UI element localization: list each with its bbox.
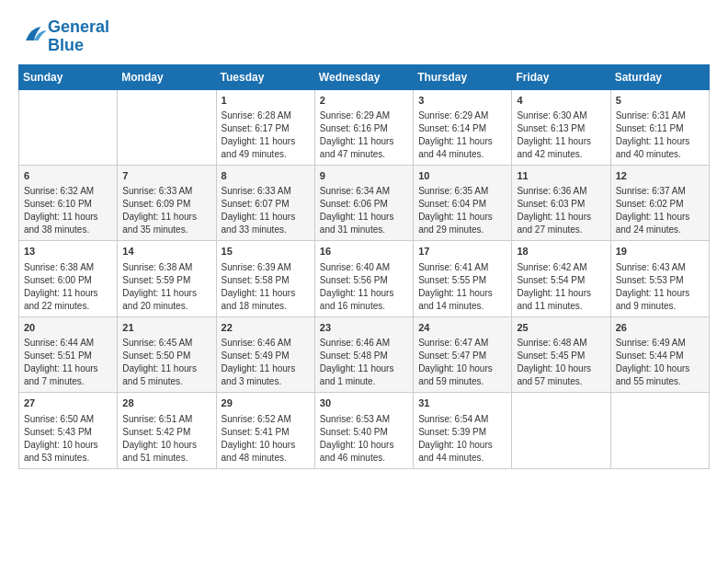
- daylight-text: Daylight: 11 hours and 20 minutes.: [122, 288, 197, 311]
- sunrise-text: Sunrise: 6:38 AM: [122, 262, 192, 272]
- calendar-cell: 21Sunrise: 6:45 AMSunset: 5:50 PMDayligh…: [118, 316, 216, 392]
- sunset-text: Sunset: 6:09 PM: [122, 199, 190, 209]
- sunrise-text: Sunrise: 6:53 AM: [320, 414, 390, 424]
- daylight-text: Daylight: 11 hours and 16 minutes.: [320, 288, 394, 311]
- header-day-monday: Monday: [118, 64, 216, 89]
- daylight-text: Daylight: 11 hours and 27 minutes.: [517, 212, 591, 235]
- day-number: 10: [418, 169, 506, 183]
- sunset-text: Sunset: 5:39 PM: [418, 427, 486, 437]
- calendar-week-row: 27Sunrise: 6:50 AMSunset: 5:43 PMDayligh…: [19, 393, 710, 468]
- daylight-text: Daylight: 11 hours and 1 minute.: [320, 363, 394, 386]
- sunset-text: Sunset: 6:16 PM: [320, 123, 388, 133]
- sunrise-text: Sunrise: 6:34 AM: [320, 186, 390, 196]
- daylight-text: Daylight: 10 hours and 53 minutes.: [24, 440, 98, 463]
- day-number: 17: [418, 245, 506, 259]
- daylight-text: Daylight: 10 hours and 57 minutes.: [517, 363, 591, 386]
- sunset-text: Sunset: 5:40 PM: [320, 427, 388, 437]
- sunrise-text: Sunrise: 6:33 AM: [122, 186, 192, 196]
- header-day-saturday: Saturday: [610, 64, 709, 89]
- sunrise-text: Sunrise: 6:41 AM: [418, 262, 488, 272]
- daylight-text: Daylight: 11 hours and 44 minutes.: [418, 136, 493, 159]
- calendar-cell: 7Sunrise: 6:33 AMSunset: 6:09 PMDaylight…: [118, 165, 216, 240]
- sunset-text: Sunset: 5:41 PM: [222, 427, 290, 437]
- sunset-text: Sunset: 6:06 PM: [320, 199, 388, 209]
- day-number: 1: [222, 94, 310, 108]
- sunrise-text: Sunrise: 6:50 AM: [24, 414, 94, 424]
- header-day-friday: Friday: [512, 64, 610, 89]
- calendar-cell: 3Sunrise: 6:29 AMSunset: 6:14 PMDaylight…: [414, 89, 512, 165]
- daylight-text: Daylight: 11 hours and 18 minutes.: [222, 288, 296, 311]
- sunset-text: Sunset: 5:48 PM: [320, 350, 388, 361]
- day-number: 26: [616, 321, 704, 335]
- calendar-cell: 6Sunrise: 6:32 AMSunset: 6:10 PMDaylight…: [19, 165, 118, 240]
- calendar-cell: 1Sunrise: 6:28 AMSunset: 6:17 PMDaylight…: [216, 89, 314, 165]
- sunset-text: Sunset: 5:47 PM: [418, 350, 486, 361]
- calendar-cell: [118, 89, 216, 165]
- day-number: 13: [24, 245, 112, 259]
- day-number: 25: [517, 321, 605, 335]
- daylight-text: Daylight: 11 hours and 49 minutes.: [222, 136, 296, 159]
- sunset-text: Sunset: 6:17 PM: [222, 123, 290, 133]
- daylight-text: Daylight: 11 hours and 38 minutes.: [24, 212, 98, 235]
- calendar-cell: 5Sunrise: 6:31 AMSunset: 6:11 PMDaylight…: [610, 89, 709, 165]
- day-number: 7: [122, 169, 210, 183]
- sunrise-text: Sunrise: 6:54 AM: [418, 414, 488, 424]
- calendar-cell: 2Sunrise: 6:29 AMSunset: 6:16 PMDaylight…: [314, 89, 413, 165]
- logo-text: General Blue: [48, 18, 109, 55]
- sunrise-text: Sunrise: 6:49 AM: [616, 338, 686, 348]
- sunrise-text: Sunrise: 6:32 AM: [24, 186, 94, 196]
- daylight-text: Daylight: 11 hours and 35 minutes.: [122, 212, 197, 235]
- calendar-cell: [19, 89, 118, 165]
- sunset-text: Sunset: 5:42 PM: [122, 427, 190, 437]
- sunset-text: Sunset: 5:54 PM: [517, 275, 585, 285]
- calendar-cell: 4Sunrise: 6:30 AMSunset: 6:13 PMDaylight…: [512, 89, 610, 165]
- sunrise-text: Sunrise: 6:51 AM: [122, 414, 192, 424]
- daylight-text: Daylight: 11 hours and 42 minutes.: [517, 136, 591, 159]
- day-number: 11: [517, 169, 605, 183]
- calendar-cell: 14Sunrise: 6:38 AMSunset: 5:59 PMDayligh…: [118, 241, 216, 316]
- daylight-text: Daylight: 11 hours and 40 minutes.: [616, 136, 690, 159]
- header-day-tuesday: Tuesday: [216, 64, 314, 89]
- daylight-text: Daylight: 11 hours and 29 minutes.: [418, 212, 493, 235]
- sunset-text: Sunset: 5:44 PM: [616, 350, 684, 361]
- calendar-cell: 22Sunrise: 6:46 AMSunset: 5:49 PMDayligh…: [216, 316, 314, 392]
- daylight-text: Daylight: 11 hours and 11 minutes.: [517, 288, 591, 311]
- sunrise-text: Sunrise: 6:28 AM: [222, 110, 291, 121]
- calendar-cell: 16Sunrise: 6:40 AMSunset: 5:56 PMDayligh…: [314, 241, 413, 316]
- calendar-cell: 20Sunrise: 6:44 AMSunset: 5:51 PMDayligh…: [19, 316, 118, 392]
- sunrise-text: Sunrise: 6:48 AM: [517, 338, 586, 348]
- calendar-cell: 19Sunrise: 6:43 AMSunset: 5:53 PMDayligh…: [610, 241, 709, 316]
- daylight-text: Daylight: 10 hours and 59 minutes.: [418, 363, 493, 386]
- day-number: 15: [222, 245, 310, 259]
- sunset-text: Sunset: 6:02 PM: [616, 199, 684, 209]
- calendar-week-row: 6Sunrise: 6:32 AMSunset: 6:10 PMDaylight…: [19, 165, 710, 240]
- header-day-wednesday: Wednesday: [314, 64, 413, 89]
- day-number: 30: [320, 396, 408, 410]
- daylight-text: Daylight: 11 hours and 24 minutes.: [616, 212, 690, 235]
- sunrise-text: Sunrise: 6:33 AM: [222, 186, 291, 196]
- calendar-cell: 31Sunrise: 6:54 AMSunset: 5:39 PMDayligh…: [414, 393, 512, 468]
- sunset-text: Sunset: 5:51 PM: [24, 350, 92, 361]
- calendar-cell: 9Sunrise: 6:34 AMSunset: 6:06 PMDaylight…: [314, 165, 413, 240]
- calendar-table: SundayMondayTuesdayWednesdayThursdayFrid…: [18, 64, 710, 469]
- header-day-thursday: Thursday: [414, 64, 512, 89]
- daylight-text: Daylight: 10 hours and 44 minutes.: [418, 440, 493, 463]
- sunset-text: Sunset: 6:11 PM: [616, 123, 684, 133]
- logo: General Blue: [18, 18, 109, 55]
- page-header: General Blue: [18, 18, 710, 55]
- sunrise-text: Sunrise: 6:52 AM: [222, 414, 291, 424]
- sunset-text: Sunset: 5:58 PM: [222, 275, 290, 285]
- calendar-cell: 11Sunrise: 6:36 AMSunset: 6:03 PMDayligh…: [512, 165, 610, 240]
- sunset-text: Sunset: 6:04 PM: [418, 199, 486, 209]
- calendar-cell: [610, 393, 709, 468]
- day-number: 21: [122, 321, 210, 335]
- sunrise-text: Sunrise: 6:31 AM: [616, 110, 686, 121]
- day-number: 16: [320, 245, 408, 259]
- sunset-text: Sunset: 6:00 PM: [24, 275, 92, 285]
- sunset-text: Sunset: 6:10 PM: [24, 199, 92, 209]
- sunrise-text: Sunrise: 6:37 AM: [616, 186, 686, 196]
- sunset-text: Sunset: 5:59 PM: [122, 275, 190, 285]
- sunrise-text: Sunrise: 6:47 AM: [418, 338, 488, 348]
- calendar-cell: 23Sunrise: 6:46 AMSunset: 5:48 PMDayligh…: [314, 316, 413, 392]
- day-number: 2: [320, 94, 408, 108]
